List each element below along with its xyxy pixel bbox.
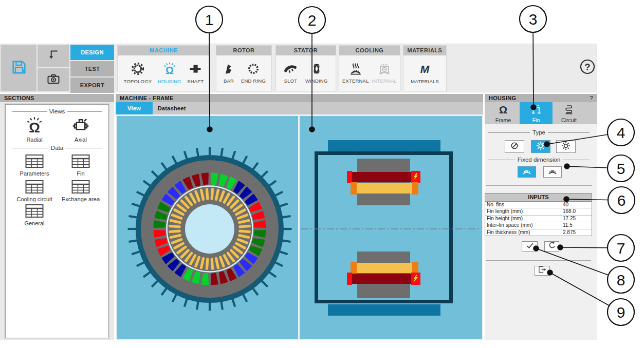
fin-type-straight-button[interactable] (556, 140, 576, 153)
data-exchange-area-label: Exchange area (62, 196, 100, 202)
tab-circuit-label: Circuit (561, 117, 577, 123)
table-icon (25, 204, 44, 219)
fixed-dim-option1-button[interactable] (518, 166, 536, 178)
ribbon-item-external[interactable]: EXTERNAL (342, 62, 369, 84)
input-label: No. fins (485, 202, 561, 208)
insert-button[interactable] (38, 45, 69, 67)
inputs-table-row: Fin height (mm)17.25 (485, 215, 592, 222)
circuit-icon (563, 104, 575, 116)
housing-panel-header: HOUSING ? (485, 94, 597, 102)
housing-help-icon[interactable]: ? (590, 94, 593, 102)
data-cooling-circuit-button[interactable]: Cooling circuit (15, 180, 54, 202)
svg-text:M: M (420, 63, 430, 75)
reset-button[interactable] (544, 241, 559, 252)
ribbon-item-internal-label: INTERNAL (372, 78, 397, 84)
data-separator: Data (10, 145, 104, 151)
ribbon-item-bar[interactable]: BAR (222, 62, 235, 84)
view-axial-label: Axial (75, 137, 87, 143)
ribbon-group-materials: MATERIALS M MATERIALS (403, 45, 447, 91)
axial-view-pane[interactable] (300, 116, 482, 339)
end-ring-icon (247, 62, 260, 76)
fixed-dimension-separator-label: Fixed dimension (518, 157, 561, 163)
data-cooling-circuit-label: Cooling circuit (16, 196, 52, 202)
radial-view-icon: Ω (24, 116, 45, 136)
input-value-cell[interactable]: 11.5 (561, 222, 592, 228)
view-radial-button[interactable]: Ω Radial (15, 116, 54, 143)
main-panel-header: MACHINE - FRAME (116, 94, 483, 102)
main-tabstrip: View Datasheet (116, 102, 483, 114)
tab-datasheet[interactable]: Datasheet (153, 102, 191, 114)
radial-view-pane[interactable] (117, 116, 298, 339)
rotor-bar-icon (222, 62, 235, 76)
inputs-table-row: Fin length (mm)168.0 (485, 208, 592, 215)
ribbon-group-cooling: COOLING EXTERNAL (339, 45, 400, 91)
ribbon-item-winding[interactable]: WINDING (305, 62, 328, 84)
input-label: Fin length (mm) (485, 208, 561, 215)
inputs-table-row: Fin thickness (mm)2.875 (485, 229, 592, 236)
ribbon-item-materials[interactable]: M MATERIALS (411, 62, 439, 84)
ribbon-group-rotor: ROTOR BAR END RING (216, 45, 272, 91)
data-fin-button[interactable]: Fin (61, 154, 100, 177)
fin-type-round-button[interactable] (531, 140, 550, 153)
insert-arrow-icon (47, 48, 60, 64)
housing-panel-content: Type (485, 124, 597, 340)
topology-icon (131, 62, 145, 77)
apply-button[interactable] (522, 241, 538, 252)
tab-circuit[interactable]: Circuit (553, 102, 585, 124)
ribbon-item-external-label: EXTERNAL (342, 78, 369, 84)
fin-type-none-button[interactable] (505, 140, 524, 153)
undo-rotate-icon (548, 241, 556, 252)
input-value-cell[interactable]: 2.875 (561, 229, 592, 236)
ribbon-group-rotor-title: ROTOR (216, 46, 271, 55)
tab-frame-label: Frame (495, 117, 511, 123)
fixed-dimension-separator: Fixed dimension (486, 157, 592, 163)
table-icon (71, 154, 90, 169)
ribbon-group-machine: MACHINE TOPOLOGY (117, 45, 210, 91)
ribbon-item-topology[interactable]: TOPOLOGY (124, 62, 152, 84)
mode-test-button[interactable]: TEST (70, 61, 114, 76)
input-value-cell[interactable]: 168.0 (561, 208, 592, 215)
input-label: Inter-fin space (mm) (485, 222, 561, 228)
ribbon-item-end-ring[interactable]: END RING (241, 62, 266, 84)
housing-icon: Ω (162, 62, 177, 77)
screenshot-button[interactable] (38, 68, 69, 91)
type-separator-label: Type (532, 129, 545, 136)
ribbon-item-shaft[interactable]: SHAFT (187, 62, 204, 84)
table-icon (71, 180, 90, 195)
ribbon-item-shaft-label: SHAFT (187, 79, 204, 84)
help-icon: ? (579, 68, 596, 76)
save-floppy-icon: * (10, 59, 28, 78)
ribbon-item-housing[interactable]: Ω HOUSING (158, 62, 181, 84)
input-value-cell[interactable]: 17.25 (561, 216, 592, 222)
callout-number: 2 (308, 12, 317, 29)
inputs-table-title: INPUTS (485, 194, 592, 202)
stator-slot-icon (284, 62, 297, 76)
help-button[interactable]: ? (579, 59, 596, 75)
ribbon-item-slot[interactable]: SLOT (284, 62, 297, 84)
tab-view[interactable]: View (116, 102, 153, 114)
check-icon (525, 242, 535, 252)
view-axial-button[interactable]: Axial (61, 116, 100, 143)
view-canvas (116, 114, 483, 340)
save-button[interactable]: * (1, 45, 36, 91)
input-label: Fin height (mm) (485, 216, 561, 222)
svg-text:Ω: Ω (165, 65, 174, 76)
tab-frame[interactable]: Ω Frame (487, 102, 520, 124)
data-exchange-area-button[interactable]: Exchange area (61, 180, 100, 202)
input-value-cell[interactable]: 40 (561, 202, 592, 208)
tab-fin[interactable]: Fin (520, 102, 553, 124)
materials-icon: M (417, 62, 432, 77)
fixed-dim-option2-button[interactable] (543, 166, 562, 178)
mode-design-button[interactable]: DESIGN (70, 45, 114, 60)
svg-text:Ω: Ω (29, 120, 40, 135)
shaft-icon (188, 62, 203, 77)
ribbon-item-slot-label: SLOT (284, 78, 298, 84)
mode-export-button[interactable]: EXPORT (70, 78, 114, 93)
callout-number: 4 (617, 124, 625, 141)
data-parameters-button[interactable]: Parameters (15, 154, 54, 177)
ribbon-item-internal: INTERNAL (372, 62, 397, 84)
export-fin-data-button[interactable] (535, 266, 550, 276)
ribbon-item-materials-label: MATERIALS (411, 79, 439, 84)
axial-cross-section (300, 116, 482, 339)
data-general-button[interactable]: General (15, 204, 54, 226)
